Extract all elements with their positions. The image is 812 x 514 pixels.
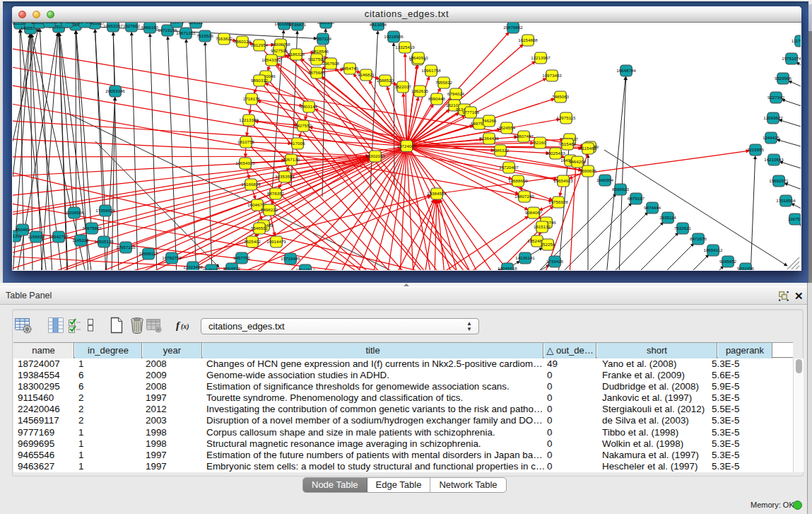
svg-text:1640954: 1640954 bbox=[596, 177, 614, 182]
svg-text:9329966: 9329966 bbox=[775, 76, 792, 81]
svg-text:19654923: 19654923 bbox=[553, 178, 573, 183]
svg-text:62160: 62160 bbox=[534, 140, 546, 145]
svg-text:10973493: 10973493 bbox=[542, 73, 562, 78]
svg-text:1362615: 1362615 bbox=[411, 88, 429, 93]
svg-text:15751074: 15751074 bbox=[782, 56, 801, 61]
svg-text:10944512: 10944512 bbox=[295, 267, 315, 270]
svg-text:10045618: 10045618 bbox=[498, 266, 517, 270]
svg-text:3822037: 3822037 bbox=[394, 84, 412, 89]
svg-text:8845123: 8845123 bbox=[59, 23, 76, 24]
svg-text:10958117: 10958117 bbox=[139, 251, 158, 256]
svg-text:9699695: 9699695 bbox=[579, 168, 597, 173]
svg-text:17359924: 17359924 bbox=[95, 208, 115, 213]
svg-text:21364436: 21364436 bbox=[479, 136, 499, 141]
svg-text:9777169: 9777169 bbox=[462, 110, 480, 115]
svg-text:3267130: 3267130 bbox=[283, 157, 300, 162]
svg-text:18807249: 18807249 bbox=[514, 194, 534, 199]
svg-text:9332456: 9332456 bbox=[737, 266, 755, 270]
svg-text:12505135: 12505135 bbox=[94, 239, 114, 244]
svg-text:8813054: 8813054 bbox=[370, 23, 387, 27]
svg-text:18640910: 18640910 bbox=[408, 55, 428, 60]
svg-text:20876862: 20876862 bbox=[503, 25, 523, 30]
svg-text:3215955: 3215955 bbox=[747, 147, 765, 152]
svg-text:16914479: 16914479 bbox=[266, 239, 286, 244]
svg-text:116753: 116753 bbox=[788, 216, 801, 221]
svg-text:12323468: 12323468 bbox=[183, 264, 203, 269]
svg-text:9546501: 9546501 bbox=[251, 226, 269, 230]
svg-text:8606160: 8606160 bbox=[317, 23, 335, 25]
svg-text:10543382: 10543382 bbox=[261, 57, 281, 62]
svg-text:13325419: 13325419 bbox=[395, 45, 415, 49]
svg-text:11170384: 11170384 bbox=[792, 38, 801, 43]
svg-text:20053346: 20053346 bbox=[105, 88, 125, 93]
svg-text:f: f bbox=[176, 320, 181, 331]
svg-text:1615132: 1615132 bbox=[534, 224, 551, 229]
svg-text:15716485: 15716485 bbox=[281, 256, 300, 261]
svg-text:(x): (x) bbox=[181, 322, 189, 331]
svg-text:16210643: 16210643 bbox=[764, 157, 784, 162]
svg-text:10654112: 10654112 bbox=[703, 247, 723, 252]
svg-text:884512: 884512 bbox=[189, 23, 204, 25]
svg-text:10654925: 10654925 bbox=[235, 160, 255, 165]
svg-text:10653267: 10653267 bbox=[103, 23, 123, 28]
svg-text:17957225: 17957225 bbox=[116, 245, 136, 250]
svg-text:12093822: 12093822 bbox=[763, 115, 783, 120]
svg-text:12975115: 12975115 bbox=[556, 115, 576, 120]
svg-text:9457791: 9457791 bbox=[233, 255, 251, 260]
svg-text:1527602: 1527602 bbox=[123, 23, 141, 28]
svg-text:19384554: 19384554 bbox=[427, 191, 447, 196]
svg-text:7625402: 7625402 bbox=[244, 239, 261, 244]
svg-text:9474444: 9474444 bbox=[644, 205, 661, 210]
svg-text:3624554: 3624554 bbox=[498, 125, 516, 130]
svg-text:252254: 252254 bbox=[541, 242, 555, 247]
svg-text:12213967: 12213967 bbox=[531, 55, 551, 60]
svg-text:7632621: 7632621 bbox=[674, 226, 692, 230]
svg-text:1588520: 1588520 bbox=[377, 78, 394, 83]
svg-text:1810755: 1810755 bbox=[237, 139, 255, 144]
svg-text:9227342: 9227342 bbox=[767, 95, 785, 100]
svg-text:850461: 850461 bbox=[16, 227, 30, 232]
svg-text:9146821: 9146821 bbox=[358, 72, 375, 77]
svg-text:15720407: 15720407 bbox=[499, 165, 519, 170]
svg-text:1733426: 1733426 bbox=[546, 259, 564, 264]
svg-text:19166829: 19166829 bbox=[241, 182, 261, 187]
svg-text:16648784: 16648784 bbox=[616, 68, 636, 73]
svg-text:4451221: 4451221 bbox=[41, 23, 59, 24]
svg-text:18724007: 18724007 bbox=[397, 144, 417, 148]
svg-text:9327506: 9327506 bbox=[271, 48, 288, 53]
svg-text:7986322: 7986322 bbox=[492, 148, 510, 153]
svg-text:6466160: 6466160 bbox=[141, 25, 159, 30]
svg-text:15692971: 15692971 bbox=[769, 178, 789, 183]
svg-text:8660124: 8660124 bbox=[234, 39, 252, 44]
svg-text:8878352: 8878352 bbox=[267, 191, 285, 196]
svg-text:10961758: 10961758 bbox=[421, 68, 441, 73]
svg-text:14136141: 14136141 bbox=[515, 255, 535, 260]
svg-text:20206506: 20206506 bbox=[64, 210, 84, 215]
svg-text:8427552: 8427552 bbox=[295, 123, 312, 128]
svg-text:9515462: 9515462 bbox=[559, 141, 577, 146]
svg-text:12213389: 12213389 bbox=[239, 117, 259, 122]
svg-text:8471676: 8471676 bbox=[690, 236, 707, 241]
svg-text:417006: 417006 bbox=[290, 141, 305, 146]
svg-text:19756928: 19756928 bbox=[548, 199, 568, 204]
svg-text:10688609: 10688609 bbox=[508, 178, 528, 183]
svg-text:2367608: 2367608 bbox=[322, 61, 340, 66]
svg-text:3675685: 3675685 bbox=[308, 70, 326, 75]
svg-text:7515526: 7515526 bbox=[196, 33, 214, 38]
svg-text:16154808: 16154808 bbox=[518, 37, 538, 42]
svg-text:19218506: 19218506 bbox=[384, 34, 404, 39]
svg-text:2234551: 2234551 bbox=[76, 23, 94, 24]
svg-text:995141: 995141 bbox=[170, 23, 184, 24]
svg-text:8454749: 8454749 bbox=[341, 66, 359, 71]
svg-text:6794024: 6794024 bbox=[447, 91, 465, 96]
svg-text:1145194: 1145194 bbox=[72, 238, 89, 243]
svg-text:1244415: 1244415 bbox=[763, 135, 780, 140]
svg-text:16782759: 16782759 bbox=[162, 255, 182, 260]
svg-text:1156829: 1156829 bbox=[28, 234, 45, 239]
svg-text:8912954: 8912954 bbox=[251, 42, 269, 47]
svg-text:8186328: 8186328 bbox=[288, 52, 305, 57]
svg-text:9464204: 9464204 bbox=[569, 159, 587, 164]
svg-text:9818546: 9818546 bbox=[312, 49, 329, 54]
svg-text:7485063: 7485063 bbox=[552, 94, 570, 99]
svg-text:2803144: 2803144 bbox=[300, 104, 318, 109]
